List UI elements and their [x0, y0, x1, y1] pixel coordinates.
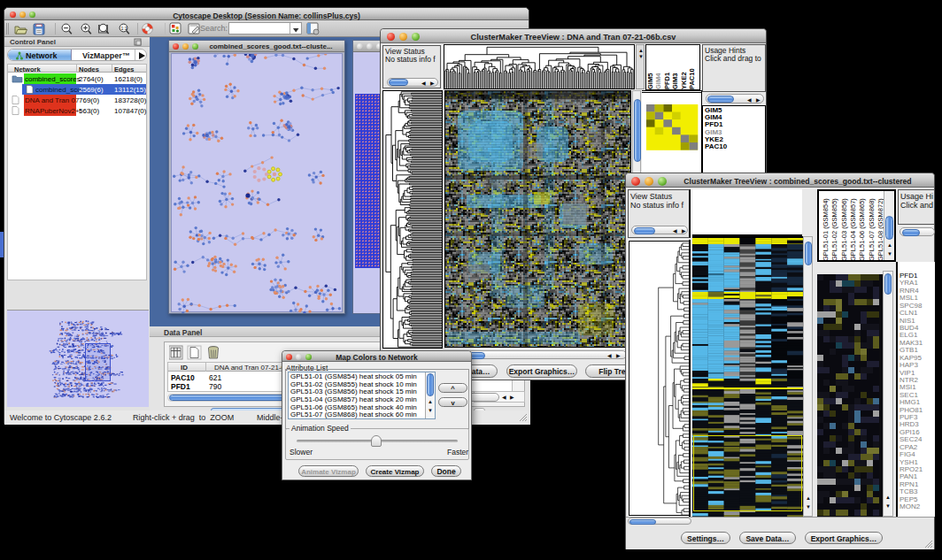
- svg-text:GIM5: GIM5: [646, 73, 654, 89]
- svg-text:GPL51-02 (GSM855): GPL51-02 (GSM855): [830, 198, 838, 261]
- svg-text:1:1: 1:1: [121, 26, 127, 31]
- svg-text:GPL51-07 (GSM868): GPL51-07 (GSM868): [868, 198, 876, 261]
- svg-text:YKE2: YKE2: [680, 72, 688, 89]
- svg-text:PFD1: PFD1: [663, 73, 671, 89]
- svg-text:GIM4: GIM4: [654, 73, 662, 89]
- svg-text:PAC10: PAC10: [688, 68, 696, 89]
- svg-text:GPL51-06 (GSM865): GPL51-06 (GSM865): [858, 198, 866, 261]
- svg-text:GPL51-03 (GSM856): GPL51-03 (GSM856): [840, 198, 848, 261]
- svg-text:GPL51-01 (GSM854): GPL51-01 (GSM854): [822, 198, 830, 261]
- svg-text:GIM3: GIM3: [671, 73, 679, 89]
- svg-text:GPL51-04 (GSM857): GPL51-04 (GSM857): [849, 198, 857, 261]
